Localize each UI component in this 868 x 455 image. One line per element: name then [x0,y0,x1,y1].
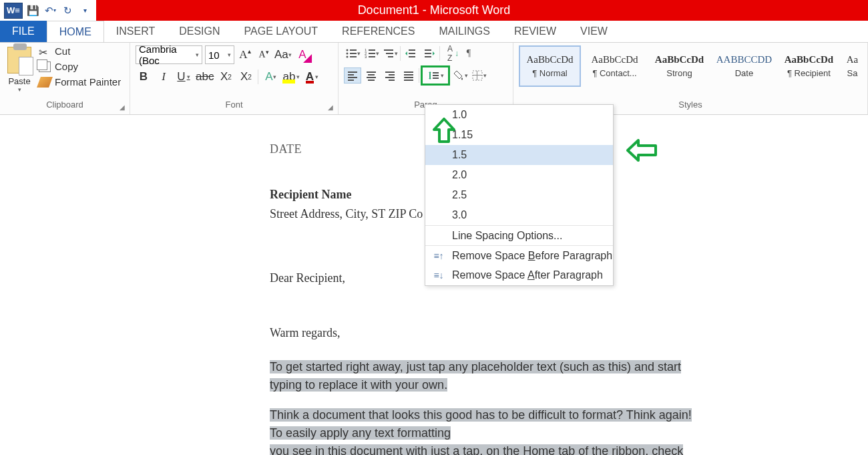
svg-rect-21 [348,71,357,73]
line-spacing-button[interactable]: ▾ [421,65,450,86]
style-partial[interactable]: Aa Sa [843,45,862,87]
svg-rect-39 [433,75,439,76]
style-preview: AaBbCcDd [592,54,638,65]
sort-button[interactable]: AZ↓ [441,45,459,61]
style-preview: AaBbCcDd [655,54,704,65]
remove-space-after[interactable]: ≡↓ Remove Space After Paragraph [425,265,613,285]
tab-references[interactable]: REFERENCES [330,21,427,42]
decrease-indent-button[interactable] [402,45,419,61]
svg-rect-37 [429,73,431,78]
line-spacing-1-5[interactable]: 1.5 [425,145,613,165]
format-painter-button[interactable]: Format Painter [39,76,121,88]
justify-button[interactable] [400,67,417,84]
save-icon[interactable]: 💾 [25,3,40,18]
grow-font-button[interactable]: A▴ [237,46,253,63]
svg-rect-3 [350,53,357,54]
svg-rect-14 [388,56,393,57]
clipboard-group-label: Clipboard [5,98,124,113]
quick-access-toolbar: W≡ 💾 ↶▾ ↻ ▾ [0,0,96,21]
font-color-button[interactable]: A▾ [304,68,320,86]
svg-rect-29 [385,71,395,73]
remove-space-before[interactable]: ≡↑ Remove Space Before Paragraph [425,245,613,265]
svg-rect-24 [348,80,354,81]
strikethrough-button[interactable]: abc [196,68,214,86]
tab-page-layout[interactable]: PAGE LAYOUT [232,21,331,42]
tab-file[interactable]: FILE [0,21,47,42]
svg-rect-9 [369,53,375,54]
redo-icon[interactable]: ↻ [60,3,75,18]
tab-design[interactable]: DESIGN [167,21,232,42]
paste-button[interactable]: Paste ▾ [5,47,33,93]
tab-view[interactable]: VIEW [568,21,620,42]
cut-button[interactable]: ✂ Cut [39,45,121,57]
tab-review[interactable]: REVIEW [502,21,568,42]
svg-rect-38 [433,72,439,73]
style-preview: Aa [847,54,859,65]
customize-qat-icon[interactable]: ▾ [77,3,92,18]
svg-rect-13 [386,53,393,54]
superscript-button[interactable]: X2 [238,68,254,86]
styles-gallery[interactable]: AaBbCcDd ¶ Normal AaBbCcDd ¶ Contact... … [519,45,862,87]
align-right-button[interactable] [381,67,399,84]
style-normal[interactable]: AaBbCcDd ¶ Normal [519,45,581,87]
bold-button[interactable]: B [136,68,152,86]
undo-icon[interactable]: ↶▾ [43,3,57,18]
style-preview: AaBbCcDd [785,54,833,65]
underline-button[interactable]: U▾ [176,68,192,86]
doc-paragraph-1[interactable]: To get started right away, just tap any … [270,358,701,394]
line-spacing-options[interactable]: Line Spacing Options... [425,225,613,245]
svg-rect-33 [404,71,413,73]
font-name-combo[interactable]: Cambria (Boc ▾ [136,45,202,64]
font-size-combo[interactable]: 10 ▾ [205,45,234,64]
increase-indent-button[interactable] [421,45,438,61]
font-dialog-launcher[interactable]: ◢ [326,102,335,112]
style-contact[interactable]: AaBbCcDd ¶ Contact... [584,45,646,87]
subscript-button[interactable]: X2 [218,68,234,86]
title-bar: W≡ 💾 ↶▾ ↻ ▾ Document1 - Microsoft Word [0,0,868,21]
multilevel-list-button[interactable]: ▾ [381,45,399,61]
clear-formatting-button[interactable]: A◢ [294,46,310,63]
text-effects-button[interactable]: A▾ [262,68,278,86]
svg-rect-30 [389,74,395,75]
chevron-down-icon: ▾ [228,51,231,58]
tab-mailings[interactable]: MAILINGS [427,21,501,42]
paste-dropdown-icon[interactable]: ▾ [5,86,33,93]
style-name: Date [735,68,753,78]
copy-button[interactable]: Copy [39,61,121,72]
doc-regards[interactable]: Warm regards, [270,325,701,341]
style-strong[interactable]: AaBbCcDd Strong [648,45,710,87]
style-date[interactable]: AABBCCDD Date [713,45,775,87]
font-group-label: Font [136,98,333,113]
word-app-icon[interactable]: W≡ [4,3,23,19]
style-recipient[interactable]: AaBbCcDd ¶ Recipient [778,45,840,87]
style-name: Sa [847,68,858,78]
highlight-button[interactable]: ab▾ [282,68,300,86]
bullets-button[interactable]: ▾ [344,45,361,61]
numbering-button[interactable]: 123▾ [363,45,380,61]
shading-button[interactable]: ▾ [451,67,469,84]
svg-text:3: 3 [365,55,367,59]
paste-icon [7,47,31,73]
borders-button[interactable]: ▾ [470,67,487,84]
line-spacing-2[interactable]: 2.0 [425,165,613,185]
align-left-button[interactable] [344,67,361,84]
doc-paragraph-2[interactable]: Think a document that looks this good ha… [270,406,701,455]
tab-home[interactable]: HOME [47,21,104,42]
change-case-button[interactable]: Aa▾ [274,46,292,63]
clipboard-dialog-launcher[interactable]: ◢ [118,102,127,112]
window-title: Document1 - Microsoft Word [0,3,868,17]
line-spacing-3[interactable]: 3.0 [425,205,613,225]
line-spacing-2-5[interactable]: 2.5 [425,185,613,205]
copy-icon [39,61,51,72]
svg-rect-26 [368,74,375,75]
tab-insert[interactable]: INSERT [104,21,167,42]
svg-rect-28 [368,80,375,81]
show-marks-button[interactable]: ¶ [460,45,477,61]
svg-point-0 [346,49,348,51]
chevron-down-icon: ▾ [196,51,199,58]
italic-button[interactable]: I [156,68,172,86]
group-paragraph: ▾ 123▾ ▾ AZ↓ ¶ ▾ ▾ ▾ Parag [339,43,513,114]
shrink-font-button[interactable]: A▾ [256,46,272,63]
svg-rect-19 [425,53,431,54]
align-center-button[interactable] [363,67,380,84]
